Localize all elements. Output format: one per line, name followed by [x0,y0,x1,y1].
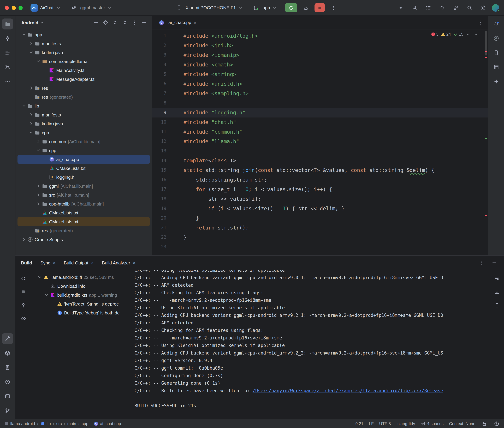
logcat-tool-button[interactable] [2,362,13,373]
chevron-down-icon[interactable] [21,103,27,109]
notifications-status-icon[interactable] [493,420,500,427]
breadcrumb-lib[interactable]: lib [41,421,51,426]
chevron-down-icon[interactable] [36,148,41,153]
tree-item-cmakelists-txt[interactable]: CMakeLists.txt [17,208,150,217]
chevron-right-icon[interactable] [28,112,34,117]
device-manager-tool-button[interactable] [491,47,502,58]
close-tab-icon[interactable]: × [133,260,136,265]
close-tab-icon[interactable]: × [194,20,196,25]
problems-tool-button[interactable] [2,377,13,387]
more-tool-windows-button[interactable] [2,76,13,87]
minimize-window-button[interactable] [12,6,16,10]
editor-tab-ai-chat-cpp[interactable]: C ai_chat.cpp × [155,16,200,29]
run-button[interactable] [285,3,298,12]
tree-item-ggml[interactable]: ggml[AiChat.lib.main] [17,181,150,190]
caret-position[interactable]: 9:21 [355,421,363,426]
collapse-all-button[interactable] [120,18,129,27]
plugins-icon[interactable] [437,3,447,13]
code-with-me-icon[interactable] [410,3,420,13]
app-insights-tool-button[interactable] [491,76,502,87]
breadcrumb-cpp[interactable]: cpp [82,421,88,426]
build-console[interactable]: C/C++: -- Using KleidiAI optimized kerne… [130,270,504,419]
tree-item-gradle-scripts[interactable]: GGradle Scripts [17,235,150,244]
chevron-right-icon[interactable] [36,183,41,189]
debug-button[interactable] [301,3,311,13]
chevron-down-icon[interactable] [28,130,34,135]
tree-item-res[interactable]: res [17,83,150,92]
soft-wrap-icon[interactable] [493,274,501,283]
build-panel-title[interactable]: Build [21,260,32,265]
profile-avatar[interactable] [492,4,499,11]
device-selector[interactable]: Xiaomi POCOPHONE F1 [174,4,248,11]
chevron-right-icon[interactable] [36,139,41,144]
scrollbar-thumb[interactable] [485,31,487,56]
commit-tool-button[interactable] [2,33,13,44]
tree-item-manifests[interactable]: manifests [17,39,150,48]
chevron-down-icon[interactable] [44,292,49,298]
build-tool-button[interactable] [2,333,13,344]
select-opened-file-button[interactable] [101,18,110,27]
inspections-widget[interactable]: 3 24 15 [431,32,479,37]
chevron-down-icon[interactable] [36,58,41,64]
hide-panel-button[interactable] [140,18,148,27]
tree-item-cpp[interactable]: cpp [17,128,150,137]
lock-icon[interactable] [481,420,488,427]
tree-item-src[interactable]: src[AiChat.lib.main] [17,190,150,199]
new-file-button[interactable] [92,18,101,27]
close-tab-icon[interactable]: × [53,260,56,265]
run-config-selector[interactable]: app [251,4,282,11]
tree-item-common[interactable]: common[AiChat.lib.main] [17,137,150,146]
chevron-right-icon[interactable] [21,237,27,242]
tree-item-logging-h[interactable]: Hlogging.h [17,173,150,181]
tree-item-messageadapter-kt[interactable]: MessageAdapter.kt [17,75,150,83]
chevron-right-icon[interactable] [28,41,34,46]
tree-item-cpp[interactable]: cpp [17,146,150,155]
build-tree-item-download-info[interactable]: Download info [31,281,130,290]
editor-options-button[interactable] [476,18,485,27]
pull-requests-tool-button[interactable] [2,62,13,73]
close-tab-icon[interactable]: × [91,260,94,265]
clang-tidy-indicator[interactable]: .clang-tidy [396,421,415,426]
build-tab-sync[interactable]: Sync× [40,260,56,265]
rerun-build-button[interactable] [19,274,28,283]
project-selector[interactable]: AC AiChat [28,3,65,13]
build-tree-item-build-gradle-kts[interactable]: build.gradle.ktsapp 1 warning [31,290,130,299]
tree-item-kotlin-java[interactable]: kotlin+java [17,48,150,57]
tree-item-lib[interactable]: lib [17,101,150,110]
version-control-tool-button[interactable] [2,405,13,416]
vcs-branch-selector[interactable]: ggml-master [68,4,117,11]
more-run-actions-button[interactable] [328,3,339,13]
stop-button[interactable] [315,3,325,12]
search-everywhere-icon[interactable] [464,3,475,13]
tree-item-manifests[interactable]: manifests [17,110,150,119]
tree-item-mainactivity-kt[interactable]: MainActivity.kt [17,66,150,75]
project-tool-button[interactable] [2,18,13,29]
packages-tool-button[interactable] [2,348,13,359]
build-output-link[interactable]: /Users/hanyin/Workspace/ai-chat/examples… [253,388,443,393]
indent-indicator[interactable]: 4 spaces [421,421,444,426]
hide-build-panel-button[interactable] [490,258,499,267]
pin-icon[interactable] [19,301,28,310]
line-ending-indicator[interactable]: LF [369,421,374,426]
tree-item-cmakelists-txt[interactable]: CMakeLists.txt [17,217,150,226]
encoding-indicator[interactable]: UTF-8 [379,421,391,426]
breadcrumb-ai-chat-cpp[interactable]: Cai_chat.cpp [94,421,121,426]
stop-build-button[interactable] [19,287,28,296]
close-window-button[interactable] [5,6,9,10]
gradle-tool-button[interactable]: G [491,33,502,44]
structure-tool-button[interactable] [2,47,13,58]
tree-item-kotlin-java[interactable]: kotlin+java [17,119,150,128]
chevron-right-icon[interactable] [28,85,34,91]
build-tree-item-llama-android-fi[interactable]: llama.android: fi22 sec, 583 ms [31,273,130,281]
chevron-right-icon[interactable] [28,121,34,126]
code-editor[interactable]: 1#include <android/log.h>2#include <jni.… [152,29,488,255]
breadcrumb-llama-android[interactable]: llama.android [4,421,35,426]
chevron-right-icon[interactable] [36,192,41,198]
tree-item-res[interactable]: res(generated) [17,226,150,235]
breadcrumb-main[interactable]: main [67,421,76,426]
inspect-icon[interactable] [19,314,28,323]
build-tree-item-buildtype-debug-is-both-de[interactable]: BuildType 'debug' is both de [31,308,130,317]
share-icon[interactable] [451,3,461,13]
scroll-to-end-icon[interactable] [493,287,501,296]
settings-icon[interactable] [478,3,488,13]
